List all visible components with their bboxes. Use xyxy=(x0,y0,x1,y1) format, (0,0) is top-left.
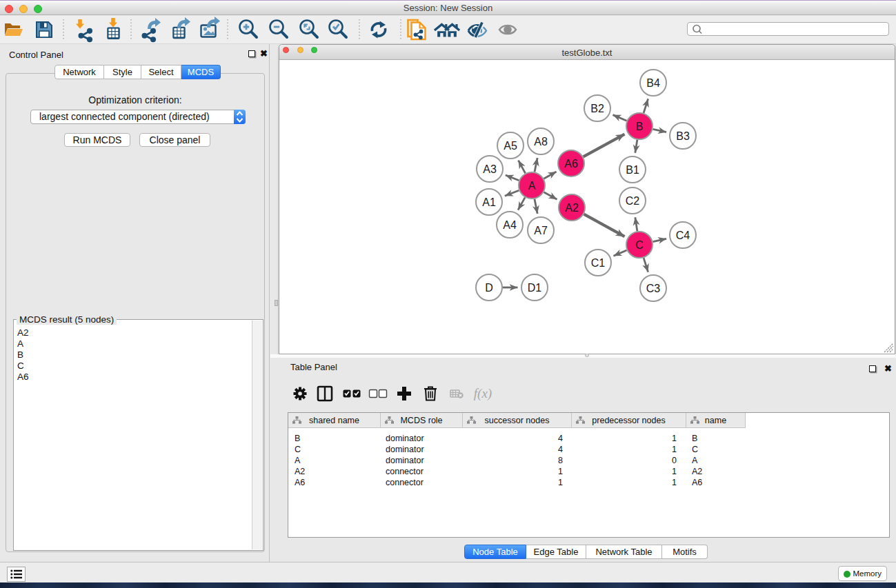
svg-text:C2: C2 xyxy=(626,195,640,207)
svg-text:A6: A6 xyxy=(564,158,578,170)
svg-text:B4: B4 xyxy=(646,77,660,89)
svg-text:A5: A5 xyxy=(504,140,517,152)
svg-text:D: D xyxy=(485,282,493,294)
svg-text:C: C xyxy=(635,239,644,251)
svg-text:A: A xyxy=(528,180,536,192)
svg-text:B3: B3 xyxy=(676,130,690,142)
svg-text:A1: A1 xyxy=(482,196,496,208)
svg-text:C3: C3 xyxy=(646,283,661,294)
svg-text:C4: C4 xyxy=(676,230,690,241)
svg-text:D1: D1 xyxy=(528,282,542,294)
svg-text:A4: A4 xyxy=(503,219,517,231)
svg-text:B1: B1 xyxy=(626,164,639,176)
svg-text:B: B xyxy=(636,121,644,132)
svg-text:A8: A8 xyxy=(534,136,548,148)
svg-text:C1: C1 xyxy=(591,257,606,269)
svg-text:A7: A7 xyxy=(534,225,548,236)
svg-text:A3: A3 xyxy=(483,163,497,175)
svg-text:A2: A2 xyxy=(565,202,579,214)
svg-text:B2: B2 xyxy=(590,103,604,114)
svg-text:f(x): f(x) xyxy=(474,386,492,401)
